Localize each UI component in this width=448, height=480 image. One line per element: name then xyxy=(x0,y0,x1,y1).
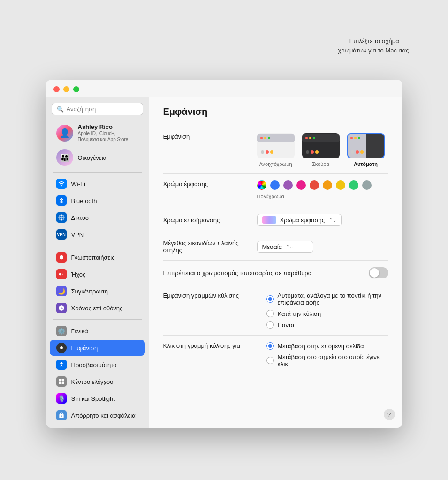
scroll-scrolling-option[interactable]: Κατά την κύλιση xyxy=(266,310,388,317)
sidebar-icon-size-row: Μέγεθος εικονιδίων πλαϊνής στήλης Μεσαία… xyxy=(163,233,388,261)
appearance-option-auto[interactable]: Αυτόματη xyxy=(347,133,385,167)
separator-1 xyxy=(53,172,142,172)
scroll-auto-option[interactable]: Αυτόματα, ανάλογα με το ποντίκι ή την επ… xyxy=(266,292,388,306)
wallpaper-tinting-toggle[interactable] xyxy=(369,267,388,278)
preview-titlebar-auto xyxy=(348,134,384,142)
sidebar-item-sound[interactable]: Ήχος xyxy=(50,266,145,282)
tb-dot xyxy=(350,137,353,139)
sidebar-label-notifications: Γνωστοποιήσεις xyxy=(71,254,115,261)
tb-dot xyxy=(264,137,266,139)
swatch-graphite[interactable] xyxy=(362,180,372,190)
svg-point-0 xyxy=(61,185,61,186)
sidebar-item-notifications[interactable]: Γνωστοποιήσεις xyxy=(50,249,145,265)
highlight-color-row: Χρώμα επισήμανσης Χρώμα έμφασης ⌃⌄ xyxy=(163,207,388,233)
appearance-option-light[interactable]: Ανοιχτόχρωμη xyxy=(257,133,295,167)
tb-dot xyxy=(268,137,270,139)
appearance-label-dark: Σκούρα xyxy=(312,161,329,167)
chevron-up-down-icon: ⌃⌄ xyxy=(329,218,336,223)
sidebar-item-appearance[interactable]: Εμφάνιση xyxy=(50,340,145,356)
sidebar-item-privacy[interactable]: Απόρρητο και ασφάλεια xyxy=(50,407,145,423)
swatch-yellow[interactable] xyxy=(336,180,345,190)
radio-scroll-auto xyxy=(266,295,274,303)
separator-2 xyxy=(53,246,142,246)
general-icon: ⚙️ xyxy=(56,326,67,336)
family-label: Οικογένεια xyxy=(78,154,107,161)
appearance-option-dark[interactable]: Σκούρα xyxy=(302,133,340,167)
swatch-orange[interactable] xyxy=(323,180,332,190)
sidebar-label-siri: Siri και Spotlight xyxy=(71,395,115,402)
radio-scroll-always xyxy=(266,321,274,329)
preview-titlebar-light xyxy=(258,134,294,142)
sidebar-label-accessibility: Προσβασιμότητα xyxy=(71,361,117,368)
sidebar-item-control-center[interactable]: Κέντρο ελέγχου xyxy=(50,374,145,390)
radio-scroll-scrolling xyxy=(266,310,274,317)
accent-color-row: Χρώμα έμφασης xyxy=(163,174,388,207)
sidebar-item-focus[interactable]: 🌙 Συγκέντρωση xyxy=(50,283,145,299)
multicolor-label: Πολύχρωμα xyxy=(257,194,284,199)
minimize-button[interactable] xyxy=(63,86,69,92)
radio-click-next xyxy=(266,342,274,350)
scroll-always-option[interactable]: Πάντα xyxy=(266,321,388,329)
sidebar-icon-size-dropdown[interactable]: Μεσαία ⌃⌄ xyxy=(257,241,313,253)
sidebar-label-network: Δίκτυο xyxy=(71,214,89,221)
preview-titlebar-dark xyxy=(303,134,339,142)
user-section[interactable]: 👤 Ashley Rico Apple ID, iCloud+,Πολυμέσα… xyxy=(50,120,145,145)
sidebar-item-siri[interactable]: 🎙️ Siri και Spotlight xyxy=(50,390,145,406)
sidebar-item-accessibility[interactable]: Προσβασιμότητα xyxy=(50,357,145,373)
sidebar-item-screentime[interactable]: Χρόνος επί οθόνης xyxy=(50,300,145,316)
siri-icon: 🎙️ xyxy=(56,393,67,404)
svg-rect-5 xyxy=(59,379,61,381)
swatch-purple[interactable] xyxy=(283,180,293,190)
tb-dot xyxy=(309,137,311,139)
appearance-preview-dark xyxy=(302,133,340,158)
highlight-gradient xyxy=(262,216,276,224)
maximize-button[interactable] xyxy=(73,86,79,92)
main-content: Εμφάνιση Εμφάνιση xyxy=(149,97,402,428)
highlight-color-dropdown[interactable]: Χρώμα έμφασης ⌃⌄ xyxy=(257,214,342,226)
search-input[interactable] xyxy=(67,105,138,112)
click-scroll-label: Κλικ στη γραμμή κύλισης για xyxy=(163,342,257,363)
radio-dot xyxy=(268,297,272,301)
highlight-color-value: Χρώμα έμφασης xyxy=(280,217,325,224)
scroll-always-label: Πάντα xyxy=(278,322,295,329)
click-next-page-option[interactable]: Μετάβαση στην επόμενη σελίδα xyxy=(266,342,388,350)
appearance-label-light: Ανοιχτόχρωμη xyxy=(259,161,292,167)
sidebar-item-general[interactable]: ⚙️ Γενικά xyxy=(50,323,145,339)
accessibility-icon xyxy=(56,360,67,370)
user-name: Ashley Rico xyxy=(78,123,129,130)
appearance-icon xyxy=(56,343,67,353)
tb-dot xyxy=(260,137,263,139)
close-button[interactable] xyxy=(53,86,60,92)
control-center-icon xyxy=(56,376,67,387)
radio-dot-2 xyxy=(268,344,272,348)
click-jump-option[interactable]: Μετάβαση στο σημείο στο οποίο έγινε κλικ xyxy=(266,353,388,368)
swatch-multicolor[interactable] xyxy=(257,180,266,190)
click-scroll-section: Κλικ στη γραμμή κύλισης για Μετάβαση στη… xyxy=(163,336,388,374)
scroll-scrolling-label: Κατά την κύλιση xyxy=(278,310,321,317)
swatch-green[interactable] xyxy=(349,180,358,190)
accent-swatches xyxy=(257,180,372,190)
sidebar-item-vpn[interactable]: VPN VPN xyxy=(50,226,145,242)
user-subtitle: Apple ID, iCloud+,Πολυμέσα και App Store xyxy=(78,130,129,142)
search-box[interactable]: 🔍 xyxy=(52,103,143,115)
sidebar-item-family[interactable]: 👨‍👩‍👧 Οικογένεια xyxy=(50,146,145,169)
scroll-bars-section: Εμφάνιση γραμμών κύλισης Αυτόματα, ανάλο… xyxy=(163,285,388,336)
sidebar-label-screentime: Χρόνος επί οθόνης xyxy=(71,305,123,312)
swatch-pink[interactable] xyxy=(296,180,306,190)
sidebar-item-network[interactable]: Δίκτυο xyxy=(50,210,145,225)
help-button[interactable]: ? xyxy=(384,409,395,420)
swatch-blue[interactable] xyxy=(270,180,280,190)
sidebar-item-bluetooth[interactable]: Bluetooth xyxy=(50,193,145,209)
svg-rect-6 xyxy=(61,379,64,381)
sidebar-item-wifi[interactable]: Wi-Fi xyxy=(50,176,145,192)
page-title: Εμφάνιση xyxy=(163,106,388,117)
vpn-icon: VPN xyxy=(56,229,67,240)
swatch-red[interactable] xyxy=(310,180,319,190)
wallpaper-tinting-control xyxy=(313,267,388,278)
svg-point-3 xyxy=(60,346,63,349)
chevron-up-down-icon-2: ⌃⌄ xyxy=(286,244,293,249)
page-wrapper: Επιλέξτε το σχήμα χρωμάτων για το Mac σα… xyxy=(9,28,439,480)
svg-rect-8 xyxy=(61,382,64,384)
sidebar-label-general: Γενικά xyxy=(71,328,88,335)
sidebar-label-appearance: Εμφάνιση xyxy=(71,345,98,352)
